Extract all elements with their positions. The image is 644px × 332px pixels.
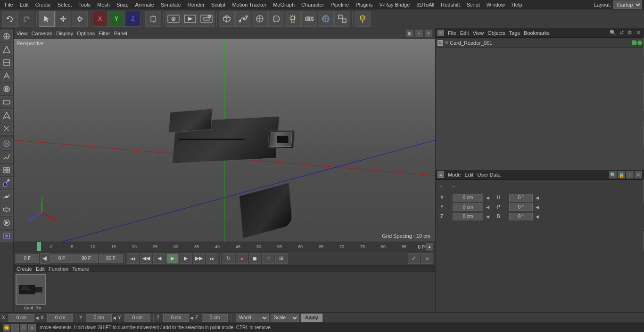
sidebar-tool-8[interactable]: [0, 122, 13, 135]
om-close-btn[interactable]: ✕: [635, 29, 642, 37]
coord-z2-input[interactable]: [202, 314, 228, 322]
select-tool-button[interactable]: [39, 11, 55, 27]
deformer-button[interactable]: [268, 11, 284, 27]
prev-frame-btn[interactable]: ◀: [153, 253, 165, 264]
attr-p-arrow[interactable]: ◀: [536, 205, 539, 210]
jump-to-end-btn[interactable]: ⏭: [206, 253, 218, 264]
pb-motion-btn[interactable]: ⤢: [408, 253, 420, 264]
attr-expand-btn[interactable]: ↕: [626, 171, 634, 178]
attr-x-input1[interactable]: [453, 194, 483, 202]
z-axis-button[interactable]: Z: [125, 11, 141, 27]
viewport-view-menu[interactable]: View: [17, 31, 28, 36]
sidebar-tool-7[interactable]: [0, 109, 13, 121]
record-btn[interactable]: ●: [236, 253, 248, 264]
menu-help[interactable]: Help: [509, 1, 525, 8]
attr-p-input[interactable]: [509, 203, 533, 211]
sidebar-tool-10[interactable]: [0, 151, 13, 163]
coord-y-arrow[interactable]: ◀: [113, 316, 116, 320]
viewport-panel-menu[interactable]: Panel: [114, 31, 127, 36]
attr-mode-menu[interactable]: Mode: [448, 172, 461, 178]
menu-create[interactable]: Create: [33, 1, 54, 8]
pb-sync-btn[interactable]: ≡: [421, 253, 433, 264]
status-cinema4d-icon[interactable]: C4: [3, 324, 10, 332]
om-view-menu[interactable]: View: [473, 30, 484, 36]
attr-y-arrow[interactable]: ◀: [486, 205, 489, 210]
viewport-settings-btn[interactable]: ≡: [425, 30, 432, 37]
status-restore-btn[interactable]: □: [20, 324, 27, 332]
sidebar-tool-14[interactable]: [0, 203, 13, 216]
menu-animate[interactable]: Animate: [132, 1, 157, 8]
menu-motion-tracker[interactable]: Motion Tracker: [229, 1, 269, 8]
om-file-menu[interactable]: File: [448, 30, 456, 36]
loop-btn[interactable]: ↻: [223, 253, 235, 264]
scale-tool-button[interactable]: [72, 11, 88, 27]
menu-vray[interactable]: V-Ray Bridge: [377, 1, 413, 8]
attr-h-arrow[interactable]: ◀: [536, 195, 539, 200]
jump-to-start-btn[interactable]: ⏮: [127, 253, 139, 264]
attr-userdata-menu[interactable]: User Data: [477, 172, 501, 178]
viewport-maximize-btn[interactable]: ↔: [415, 30, 423, 37]
menu-plugins[interactable]: Plugins: [353, 1, 375, 8]
attr-z-arrow[interactable]: ◀: [486, 214, 489, 219]
coord-y-input[interactable]: [86, 314, 112, 322]
instance-button[interactable]: [334, 11, 350, 27]
sidebar-tool-1[interactable]: [0, 30, 13, 42]
sidebar-tool-2[interactable]: [0, 43, 13, 56]
menu-select[interactable]: Select: [55, 1, 75, 8]
sidebar-tool-12[interactable]: [0, 177, 13, 189]
coord-x-input[interactable]: [8, 314, 34, 322]
playback-current-frame[interactable]: [50, 254, 74, 263]
coord-z-input[interactable]: [163, 314, 189, 322]
x-axis-button[interactable]: X: [92, 11, 108, 27]
menu-mesh[interactable]: Mesh: [94, 1, 113, 8]
object-row[interactable]: L Card_Reader_001: [436, 38, 644, 48]
object-visibility-icon[interactable]: [632, 40, 636, 45]
om-edit-menu[interactable]: Edit: [460, 30, 469, 36]
render-button[interactable]: [182, 11, 198, 27]
playback-end-frame-2[interactable]: [99, 254, 123, 263]
bp-texture-menu[interactable]: Texture: [72, 266, 89, 272]
om-tags-menu[interactable]: Tags: [509, 30, 520, 36]
undo-button[interactable]: [2, 11, 18, 27]
nurbs-button[interactable]: [252, 11, 268, 27]
viewport-options-menu[interactable]: Options: [77, 31, 95, 36]
menu-window[interactable]: Window: [484, 1, 508, 8]
menu-redshift[interactable]: Redshift: [438, 1, 462, 8]
prev-frame-10-btn[interactable]: ◀|: [40, 253, 50, 264]
record-stop-btn[interactable]: ⏹: [249, 253, 261, 264]
make-preview-button[interactable]: [198, 11, 215, 27]
sidebar-tool-5[interactable]: [0, 83, 13, 95]
redo-button[interactable]: [18, 11, 34, 27]
viewport-display-menu[interactable]: Display: [56, 31, 73, 36]
viewport-layout-btn[interactable]: ⊞: [406, 30, 413, 37]
menu-file[interactable]: File: [2, 1, 16, 8]
status-close-btn[interactable]: ✕: [28, 324, 36, 332]
sidebar-tool-15[interactable]: [0, 217, 13, 229]
y-axis-button[interactable]: Y: [108, 11, 124, 27]
key-all-btn[interactable]: ⊞: [275, 253, 288, 264]
auto-key-btn[interactable]: P: [262, 253, 274, 264]
menu-render[interactable]: Render: [185, 1, 207, 8]
move-tool-button[interactable]: [55, 11, 71, 27]
next-keyframe-btn[interactable]: ▶▶: [193, 253, 205, 264]
play-btn[interactable]: ▶: [166, 253, 179, 264]
om-settings-btn[interactable]: ⚙: [626, 29, 634, 37]
render-view-button[interactable]: [165, 11, 182, 27]
playback-end-frame-1[interactable]: [74, 254, 98, 263]
menu-mograph[interactable]: MoGraph: [270, 1, 297, 8]
status-minimize-btn[interactable]: —: [11, 324, 19, 332]
attr-b-arrow[interactable]: ◀: [536, 214, 539, 219]
sidebar-tool-3[interactable]: [0, 57, 13, 69]
menu-script[interactable]: Script: [464, 1, 483, 8]
attr-y-input1[interactable]: [453, 203, 483, 211]
light-button[interactable]: [285, 11, 301, 27]
transform-button[interactable]: [145, 11, 161, 27]
sidebar-tool-9[interactable]: [0, 138, 13, 150]
cube-button[interactable]: [219, 11, 235, 27]
layout-dropdown[interactable]: Startup: [613, 0, 642, 9]
attr-b-input[interactable]: [509, 213, 533, 220]
bp-create-menu[interactable]: Create: [17, 266, 32, 272]
attr-edit-menu[interactable]: Edit: [464, 172, 473, 178]
spline-button[interactable]: [235, 11, 251, 27]
attr-close-btn[interactable]: ✕: [635, 171, 642, 178]
